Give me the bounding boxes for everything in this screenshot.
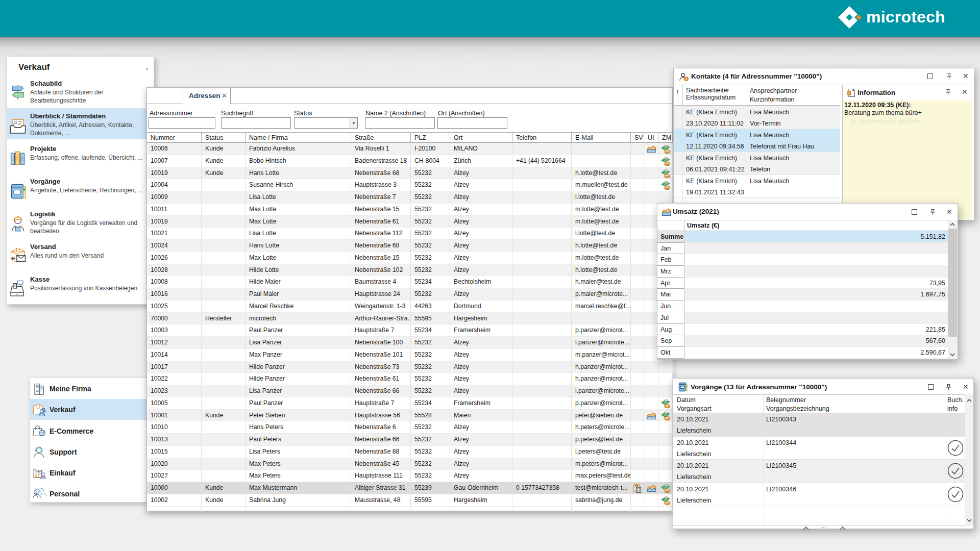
- svg-text:i: i: [686, 77, 687, 81]
